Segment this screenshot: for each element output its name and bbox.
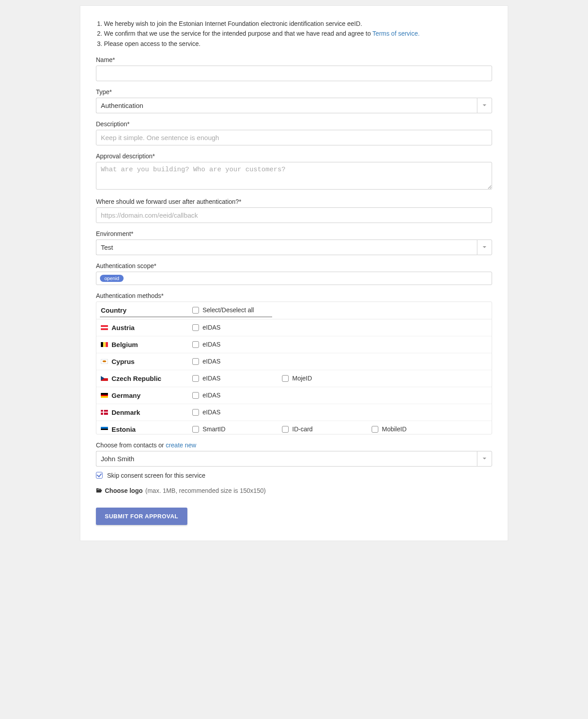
methods-cell: eIDAS [192, 324, 487, 331]
method-checkbox[interactable] [282, 375, 289, 382]
environment-select-caret-button[interactable] [477, 240, 492, 255]
method-checkbox[interactable] [192, 358, 199, 365]
description-field: Description* [96, 120, 492, 145]
terms-link[interactable]: Terms of service. [373, 30, 420, 37]
country-cell: Belgium [101, 341, 192, 348]
caret-down-icon [483, 458, 486, 459]
contact-label: Choose from contacts or create new [96, 442, 492, 449]
method-checkbox[interactable] [192, 375, 199, 382]
redirect-field: Where should we forward user after authe… [96, 198, 492, 223]
description-label: Description* [96, 120, 492, 128]
name-input[interactable] [96, 66, 492, 81]
submit-for-approval-button[interactable]: SUBMIT FOR APPROVAL [96, 508, 187, 525]
methods-cell: eIDAS [192, 392, 487, 399]
scope-tag-openid[interactable]: openid [100, 275, 124, 282]
methods-cell: eIDAS [192, 409, 487, 416]
environment-select[interactable]: Test [96, 240, 492, 255]
approval-description-field: Approval description* [96, 153, 492, 191]
country-name: Czech Republic [112, 375, 161, 382]
method-label: eIDAS [203, 324, 220, 331]
method-row: GermanyeIDAS [96, 387, 492, 404]
select-all-option[interactable]: Select/Deselect all [192, 306, 254, 314]
approval-description-label: Approval description* [96, 153, 492, 160]
method-option[interactable]: MojeID [282, 375, 360, 382]
flag-icon [101, 393, 108, 398]
auth-methods-box: Country Select/Deselect all AustriaeIDAS… [96, 302, 492, 434]
approval-description-input[interactable] [96, 162, 492, 190]
method-option[interactable]: ID-card [282, 426, 360, 433]
intro-list: We hereby wish to join the Estonian Inte… [96, 19, 492, 48]
header-underline [100, 317, 272, 317]
select-all-checkbox[interactable] [192, 307, 199, 314]
method-option[interactable]: eIDAS [192, 409, 270, 416]
scope-field: Authentication scope* openid [96, 262, 492, 285]
scope-input[interactable]: openid [96, 272, 492, 285]
methods-cell: eIDASMojeID [192, 375, 487, 382]
flag-icon [101, 325, 108, 330]
flag-icon [101, 427, 108, 432]
method-option[interactable]: eIDAS [192, 375, 270, 382]
methods-cell: SmartIDID-cardMobileID [192, 426, 487, 433]
contact-select-caret-button[interactable] [477, 451, 492, 467]
method-option[interactable]: eIDAS [192, 341, 270, 348]
country-cell: Estonia [101, 426, 192, 433]
choose-logo-label: Choose logo [105, 487, 143, 494]
method-label: ID-card [292, 426, 313, 433]
method-checkbox[interactable] [192, 409, 199, 416]
method-option[interactable]: eIDAS [192, 392, 270, 399]
method-checkbox[interactable] [192, 324, 199, 331]
method-option[interactable]: SmartID [192, 426, 270, 433]
type-select[interactable]: Authentication [96, 98, 492, 113]
method-label: eIDAS [203, 409, 220, 416]
country-cell: Cyprus [101, 358, 192, 365]
environment-field: Environment* Test [96, 230, 492, 255]
method-checkbox[interactable] [192, 341, 199, 348]
flag-icon [101, 376, 108, 381]
method-checkbox[interactable] [192, 392, 199, 399]
method-row: DenmarkeIDAS [96, 404, 492, 421]
type-field: Type* Authentication [96, 88, 492, 113]
method-row: Czech RepubliceIDASMojeID [96, 370, 492, 387]
methods-cell: eIDAS [192, 341, 487, 348]
environment-label: Environment* [96, 230, 492, 237]
caret-down-icon [483, 246, 486, 248]
redirect-input[interactable] [96, 207, 492, 223]
method-option[interactable]: eIDAS [192, 358, 270, 365]
auth-methods-field: Authentication methods* Country Select/D… [96, 292, 492, 434]
method-option[interactable]: eIDAS [192, 324, 270, 331]
contact-select[interactable]: John Smith [96, 451, 492, 467]
method-label: eIDAS [203, 358, 220, 365]
flag-icon [101, 342, 108, 347]
scope-label: Authentication scope* [96, 262, 492, 269]
name-field: Name* [96, 56, 492, 81]
skip-consent-checkbox[interactable] [96, 472, 103, 479]
contact-field: Choose from contacts or create new John … [96, 442, 492, 467]
country-name: Belgium [112, 341, 138, 348]
country-name: Estonia [112, 426, 136, 433]
choose-logo-row[interactable]: Choose logo (max. 1MB, recommended size … [96, 487, 492, 494]
method-checkbox[interactable] [372, 426, 378, 433]
type-select-caret-button[interactable] [477, 98, 492, 113]
country-cell: Austria [101, 324, 192, 331]
methods-cell: eIDAS [192, 358, 487, 365]
country-name: Cyprus [112, 358, 135, 365]
folder-open-icon [96, 488, 102, 493]
country-name: Denmark [112, 409, 140, 416]
method-label: MojeID [292, 375, 312, 382]
form-card: We hereby wish to join the Estonian Inte… [80, 5, 508, 541]
country-name: Germany [112, 392, 141, 399]
method-label: eIDAS [203, 375, 220, 382]
method-checkbox[interactable] [192, 426, 199, 433]
description-input[interactable] [96, 130, 492, 145]
intro-item-3: Please open access to the service. [104, 39, 492, 48]
method-label: SmartID [203, 426, 225, 433]
method-option[interactable]: MobileID [372, 426, 450, 433]
caret-down-icon [483, 104, 486, 106]
flag-icon [101, 410, 108, 415]
type-select-value: Authentication [96, 98, 477, 113]
contact-label-text: Choose from contacts or [96, 442, 166, 449]
method-checkbox[interactable] [282, 426, 289, 433]
create-new-contact-link[interactable]: create new [166, 442, 196, 449]
skip-consent-row[interactable]: Skip consent screen for this service [96, 472, 492, 479]
method-row: BelgiumeIDAS [96, 336, 492, 353]
